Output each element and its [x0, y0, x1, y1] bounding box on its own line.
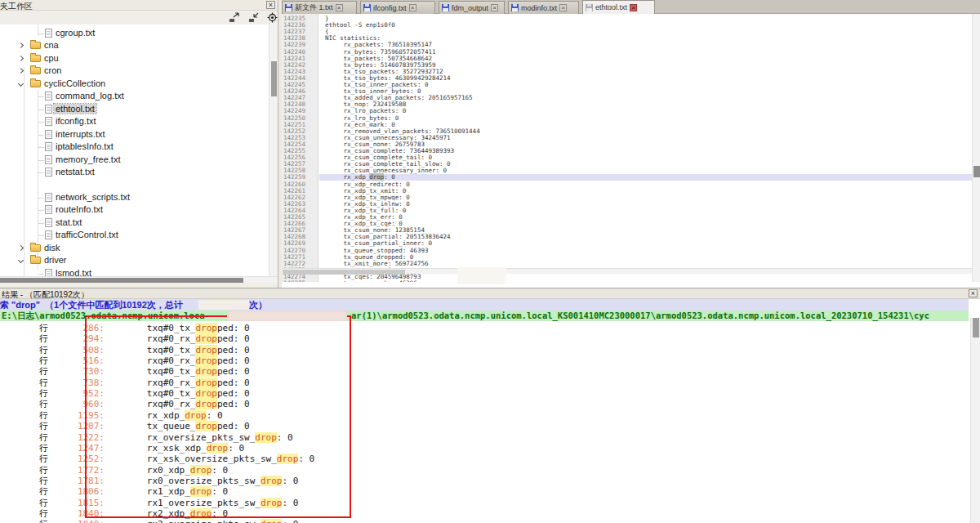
tab-close-icon[interactable]: ×	[559, 4, 567, 11]
tab-close-icon[interactable]: ×	[336, 4, 343, 11]
locate-current-file-icon[interactable]	[266, 12, 278, 23]
collapse-all-icon[interactable]	[247, 12, 260, 23]
chevron-right-icon[interactable]	[18, 245, 24, 251]
tree-vertical-scrollbar-thumb[interactable]	[271, 61, 277, 96]
tree-file-lsmod-txt[interactable]: lsmod.txt	[0, 267, 269, 276]
editor-tab-fdm-output[interactable]: fdm_output×	[439, 1, 505, 14]
search-result-row[interactable]: 行1840: rx2_xdp_drop: 0	[0, 508, 969, 519]
search-result-row[interactable]: 行1252: rx_xsk_oversize_pkts_sw_drop: 0	[0, 454, 969, 464]
tree-file-iptablesinfo-txt[interactable]: iptablesInfo.txt	[0, 141, 269, 153]
tree-file-label[interactable]: network_scripts.txt	[54, 192, 131, 202]
search-result-row[interactable]: 行960: rxq#0_rx_dropped: 0	[0, 399, 969, 409]
search-result-row[interactable]: 行1207: tx_queue_dropped: 0	[0, 421, 969, 431]
tree-file-label[interactable]: interrupts.txt	[54, 129, 107, 139]
tree-file-label[interactable]: trafficControl.txt	[54, 230, 120, 239]
editor-text-area[interactable]: 142235}142236ethtool -S enp1s0f0142237{1…	[282, 14, 972, 282]
chevron-down-icon[interactable]	[18, 257, 24, 263]
search-result-row[interactable]: 行508: txq#0_tx_dropped: 0	[0, 345, 969, 355]
search-result-row[interactable]: 行1781: rx0_oversize_pkts_sw_drop: 0	[0, 476, 969, 486]
results-close-button[interactable]: ×	[969, 289, 978, 297]
editor-line[interactable]: 142237{	[282, 29, 972, 35]
row-label: 行	[39, 443, 48, 454]
tree-file-label[interactable]: command_log.txt	[54, 91, 126, 101]
tree-folder-label[interactable]: driver	[42, 255, 69, 265]
tree-folder-driver[interactable]: driver	[0, 254, 269, 266]
tree-file-label[interactable]: cgroup.txt	[54, 28, 96, 38]
search-result-row[interactable]: 行730: txq#0_tx_dropped: 0	[0, 366, 969, 377]
tree-file-label[interactable]: ifconfig.txt	[54, 116, 98, 126]
tree-vertical-scrollbar[interactable]	[269, 25, 278, 276]
chevron-right-icon[interactable]	[18, 42, 24, 48]
tree-file-trafficcontrol-txt[interactable]: trafficControl.txt	[0, 229, 269, 241]
tree-folder-cpu[interactable]: cpu	[0, 52, 269, 65]
workspace-close-button[interactable]: ×	[266, 1, 275, 9]
tree-file-label[interactable]: netstat.txt	[54, 167, 96, 177]
tree-file-netstat-txt[interactable]: netstat.txt	[0, 166, 269, 178]
chevron-right-icon[interactable]	[18, 56, 24, 61]
tree-file-label[interactable]: ethtool.txt	[54, 104, 96, 114]
tree-file-ethtool-txt[interactable]: ethtool.txt	[0, 103, 269, 115]
editor-line[interactable]: 142275 tx_queue_wake: 46396	[282, 280, 972, 282]
tree-file-cgroup-txt[interactable]: cgroup.txt	[0, 27, 269, 39]
tree-file-memory-free-txt[interactable]: memory_free.txt	[0, 154, 269, 166]
tree-file-label[interactable]: memory_free.txt	[54, 154, 122, 164]
tree-file-routeinfo-txt[interactable]: routeInfo.txt	[0, 203, 269, 216]
tree-file-network-scripts-txt[interactable]: network_scripts.txt	[0, 191, 269, 203]
chevron-down-icon[interactable]	[18, 81, 24, 87]
search-result-row[interactable]: 行738: rxq#0_rx_dropped: 0	[0, 378, 969, 388]
tree-file-command-log-txt[interactable]: command_log.txt	[0, 90, 269, 102]
result-text: rxq#0_rx_dropped: 0	[131, 399, 250, 409]
tree-file-label[interactable]: stat.txt	[54, 217, 83, 227]
results-vertical-scrollbar[interactable]	[970, 318, 980, 523]
search-result-row[interactable]: 行1815: rx1_oversize_pkts_sw_drop: 0	[0, 498, 969, 508]
tree-horizontal-scrollbar[interactable]	[0, 276, 278, 283]
editor-tab-modinfo-txt[interactable]: modinfo.txt×	[508, 1, 579, 14]
tab-close-icon[interactable]: ×	[491, 4, 498, 11]
chevron-right-icon[interactable]	[18, 68, 24, 74]
tree-folder-label[interactable]: cpu	[42, 53, 60, 63]
expand-all-icon[interactable]	[228, 12, 240, 23]
editor-tab-ifconfig-txt[interactable]: ifconfig.txt×	[360, 1, 435, 14]
file-icon	[45, 130, 52, 139]
tree-file-ifconfig-txt[interactable]: ifconfig.txt	[0, 115, 269, 127]
tree-folder-label[interactable]: cyclicCollection	[42, 78, 107, 88]
tree-folder-label[interactable]: cna	[42, 40, 60, 50]
tree-folder-label[interactable]: cron	[42, 65, 63, 75]
editor-horizontal-scrollbar-thumb[interactable]	[283, 270, 405, 275]
search-result-row[interactable]: 行1195: rx_xdp_drop: 0	[0, 410, 969, 421]
editor-line[interactable]: 142236ethtool -S enp1s0f0	[282, 22, 972, 29]
editor-tabbar: 新文件 1.txt×ifconfig.txt×fdm_output×modinf…	[282, 0, 980, 14]
tree-folder-cycliccollection[interactable]: cyclicCollection	[0, 78, 269, 90]
tab-close-icon[interactable]: ×	[630, 4, 637, 11]
search-result-row[interactable]: 行1247: rx_xsk_xdp_drop: 0	[0, 443, 969, 454]
tree-file-label[interactable]: routeInfo.txt	[54, 204, 105, 214]
tree-file-label[interactable]: lsmod.txt	[54, 268, 93, 276]
tree-folder-cna[interactable]: cna	[0, 39, 269, 51]
tree-folder-label[interactable]: disk	[42, 243, 62, 253]
tree-folder-cron[interactable]: cron	[0, 65, 269, 77]
editor-tab-ethtool-txt[interactable]: ethtool.txt×	[582, 0, 655, 14]
search-result-row[interactable]: 行516: rxq#0_rx_dropped: 0	[0, 355, 969, 366]
search-result-row[interactable]: 行1849: rx2_oversize_pkts_sw_drop: 0	[0, 519, 969, 523]
tab-close-icon[interactable]: ×	[409, 4, 416, 11]
editor-vertical-scrollbar-thumb[interactable]	[973, 166, 980, 177]
editor-vertical-scrollbar[interactable]	[972, 14, 980, 282]
results-vertical-scrollbar-thumb[interactable]	[973, 318, 979, 337]
tree-folder-disk[interactable]: disk	[0, 242, 269, 254]
search-result-row[interactable]: 行294: rxq#0_rx_dropped: 0	[0, 333, 969, 344]
editor-horizontal-scrollbar[interactable]	[282, 268, 972, 274]
search-result-row[interactable]: 行286: txq#0_tx_dropped: 0	[0, 323, 969, 333]
highlighted-match: drop	[190, 486, 212, 497]
tree-file-stat-txt[interactable]: stat.txt	[0, 217, 269, 229]
search-result-row[interactable]: 行952: txq#0_tx_dropped: 0	[0, 388, 969, 399]
tree-file-interrupts-txt[interactable]: interrupts.txt	[0, 128, 269, 141]
results-file-path[interactable]: E:\日志\armod0523.odata.ncmp.unicom.loca a…	[0, 311, 969, 321]
editor-tab--1-txt[interactable]: 新文件 1.txt×	[282, 1, 357, 14]
search-result-row[interactable]: 行1222: rx_oversize_pkts_sw_drop: 0	[0, 432, 969, 443]
row-label: 行	[39, 323, 48, 333]
save-state-floppy-icon	[442, 4, 449, 11]
search-result-row[interactable]: 行1806: rx1_xdp_drop: 0	[0, 486, 969, 497]
tree-file-label[interactable]: iptablesInfo.txt	[54, 141, 115, 151]
tree-horizontal-scrollbar-thumb[interactable]	[0, 278, 243, 283]
search-result-row[interactable]: 行1772: rx0_xdp_drop: 0	[0, 465, 969, 476]
